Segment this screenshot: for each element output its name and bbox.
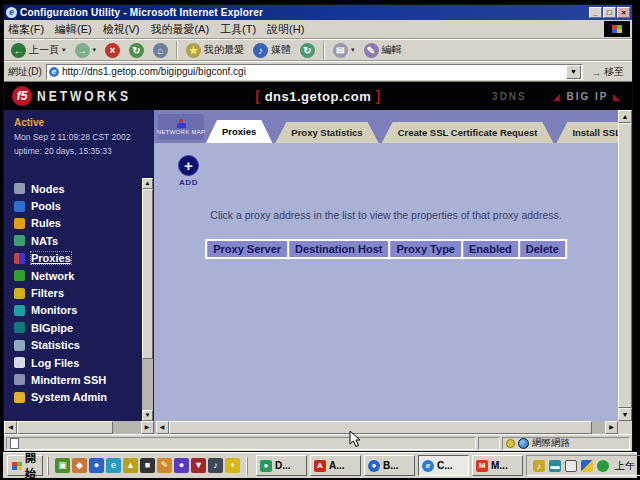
- add-proxy[interactable]: + ADD: [178, 155, 199, 187]
- column-proxy-server[interactable]: Proxy Server: [207, 241, 287, 257]
- sidebar-item-rules[interactable]: Rules: [14, 215, 140, 232]
- tray-icon[interactable]: [597, 460, 609, 472]
- menu-tools[interactable]: 工具(T): [220, 22, 256, 37]
- scroll-right-icon[interactable]: ▶: [141, 421, 154, 434]
- link-bigip[interactable]: ◢ BIG IP ◣: [553, 91, 622, 102]
- column-delete[interactable]: Delete: [520, 241, 565, 257]
- sidebar-item-log-files[interactable]: Log Files: [14, 354, 140, 371]
- scroll-down-icon[interactable]: ▼: [618, 408, 632, 421]
- quick-launch-icon[interactable]: e: [106, 458, 121, 473]
- quick-launch-icon[interactable]: ▼: [191, 458, 206, 473]
- forward-button[interactable]: → ▾: [72, 42, 100, 59]
- minimize-button[interactable]: _: [589, 7, 602, 18]
- start-button[interactable]: 開始: [7, 455, 43, 476]
- edit-button[interactable]: ✎ 編輯: [361, 42, 405, 59]
- link-3dns[interactable]: 3DNS: [492, 91, 527, 102]
- task-icon: e: [422, 460, 434, 472]
- toolbar-grip[interactable]: [47, 457, 49, 475]
- mail-dropdown-icon[interactable]: ▾: [351, 46, 355, 54]
- scroll-down-icon[interactable]: ▼: [142, 410, 153, 421]
- quick-launch-icon[interactable]: ■: [140, 458, 155, 473]
- tab-proxy-statistics[interactable]: Proxy Statistics: [275, 122, 378, 143]
- sidebar-scrollbar[interactable]: ▲ ▼: [142, 178, 153, 421]
- sidebar-item-system-admin[interactable]: System Admin: [14, 389, 140, 406]
- tray-icon[interactable]: [581, 460, 593, 472]
- favorites-button[interactable]: ★ 我的最愛: [183, 42, 247, 59]
- start-windows-icon: [12, 462, 22, 470]
- forward-icon: →: [75, 43, 90, 58]
- scroll-left-icon[interactable]: ◀: [156, 421, 169, 434]
- scroll-right-icon[interactable]: ▶: [605, 421, 618, 434]
- task-button-2[interactable]: AA...: [310, 455, 361, 476]
- quick-launch-icon[interactable]: ●: [174, 458, 189, 473]
- quick-launch-icon[interactable]: ▲: [123, 458, 138, 473]
- add-icon[interactable]: +: [178, 155, 199, 176]
- horizontal-scroll-row: ◀ ▶ ◀ ▶: [4, 421, 632, 434]
- quick-launch-icon[interactable]: ♪: [208, 458, 223, 473]
- sidebar-item-pools[interactable]: Pools: [14, 197, 140, 214]
- quick-launch-icon[interactable]: ◗: [225, 458, 240, 473]
- sidebar-item-statistics[interactable]: Statistics: [14, 337, 140, 354]
- scroll-up-icon[interactable]: ▲: [618, 110, 632, 123]
- scrollbar-thumb[interactable]: [142, 189, 153, 359]
- ie-logo-icon: e: [6, 7, 17, 18]
- mail-button[interactable]: ✉▾: [330, 42, 358, 59]
- tray-icon[interactable]: ▬: [549, 460, 561, 472]
- title-bar[interactable]: e Configuration Utility - Microsoft Inte…: [4, 5, 632, 20]
- quick-launch-icon[interactable]: ▣: [55, 458, 70, 473]
- quick-launch-icon[interactable]: ◆: [72, 458, 87, 473]
- column-destination-host[interactable]: Destination Host: [289, 241, 388, 257]
- scroll-up-icon[interactable]: ▲: [142, 178, 153, 189]
- scrollbar-thumb[interactable]: [17, 421, 113, 434]
- toolbar-grip[interactable]: [246, 457, 248, 475]
- volume-icon[interactable]: ♪: [533, 460, 545, 472]
- maximize-button[interactable]: □: [603, 7, 616, 18]
- back-dropdown-icon[interactable]: ▾: [62, 46, 66, 54]
- tab-proxies[interactable]: Proxies: [206, 120, 272, 143]
- stop-button[interactable]: ×: [102, 42, 123, 59]
- sidebar-item-network[interactable]: Network: [14, 267, 140, 284]
- sidebar-item-mindterm-ssh[interactable]: Mindterm SSH: [14, 371, 140, 388]
- main-scrollbar-horizontal[interactable]: ◀ ▶: [156, 421, 619, 434]
- sidebar-scrollbar-horizontal[interactable]: ◀ ▶: [4, 421, 154, 434]
- go-button[interactable]: → 移至: [587, 64, 628, 80]
- forward-dropdown-icon[interactable]: ▾: [93, 46, 97, 54]
- task-button-1[interactable]: ●D...: [256, 455, 307, 476]
- refresh-button[interactable]: ↻: [126, 42, 147, 59]
- menu-view[interactable]: 檢視(V): [103, 22, 140, 37]
- scroll-left-icon[interactable]: ◀: [4, 421, 17, 434]
- menu-file[interactable]: 檔案(F): [8, 22, 44, 37]
- task-button-configuration-utility[interactable]: eC...: [418, 455, 469, 476]
- sidebar-item-nats[interactable]: NATs: [14, 232, 140, 249]
- sidebar-item-proxies[interactable]: Proxies: [14, 250, 140, 267]
- address-input[interactable]: [62, 66, 566, 77]
- menu-favorites[interactable]: 我的最愛(A): [150, 22, 209, 37]
- task-button-3[interactable]: ●B...: [364, 455, 415, 476]
- column-enabled[interactable]: Enabled: [463, 241, 518, 257]
- task-button-5[interactable]: MM...: [472, 455, 523, 476]
- menu-help[interactable]: 說明(H): [267, 22, 304, 37]
- sidebar-item-filters[interactable]: Filters: [14, 284, 140, 301]
- back-button[interactable]: ← 上一頁 ▾: [8, 42, 69, 59]
- menu-edit[interactable]: 編輯(E): [55, 22, 92, 37]
- address-dropdown-icon[interactable]: ▼: [566, 65, 581, 79]
- quick-launch-icon[interactable]: ✎: [157, 458, 172, 473]
- home-button[interactable]: ⌂: [150, 42, 171, 59]
- history-button[interactable]: ↻: [297, 42, 318, 59]
- network-map-button[interactable]: NETWORK MAP: [158, 114, 204, 140]
- tab-install-ssl-certificate[interactable]: Install SSL Certif: [556, 122, 618, 143]
- status-active: Active: [14, 117, 154, 128]
- sidebar-item-monitors[interactable]: Monitors: [14, 302, 140, 319]
- media-button[interactable]: ♪ 媒體: [250, 42, 294, 59]
- scrollbar-thumb[interactable]: [169, 421, 592, 434]
- close-button[interactable]: ×: [617, 7, 630, 18]
- tab-create-ssl-certificate-request[interactable]: Create SSL Certificate Request: [382, 122, 554, 143]
- menu-bar: 檔案(F) 編輯(E) 檢視(V) 我的最愛(A) 工具(T) 說明(H): [4, 20, 632, 39]
- sidebar-item-bigpipe[interactable]: BIGpipe: [14, 319, 140, 336]
- scrollbar-thumb[interactable]: [618, 123, 632, 408]
- display-icon[interactable]: [565, 460, 577, 472]
- main-scrollbar-vertical[interactable]: ▲ ▼: [618, 110, 632, 421]
- column-proxy-type[interactable]: Proxy Type: [390, 241, 461, 257]
- sidebar-item-nodes[interactable]: Nodes: [14, 180, 140, 197]
- quick-launch-icon[interactable]: ●: [89, 458, 104, 473]
